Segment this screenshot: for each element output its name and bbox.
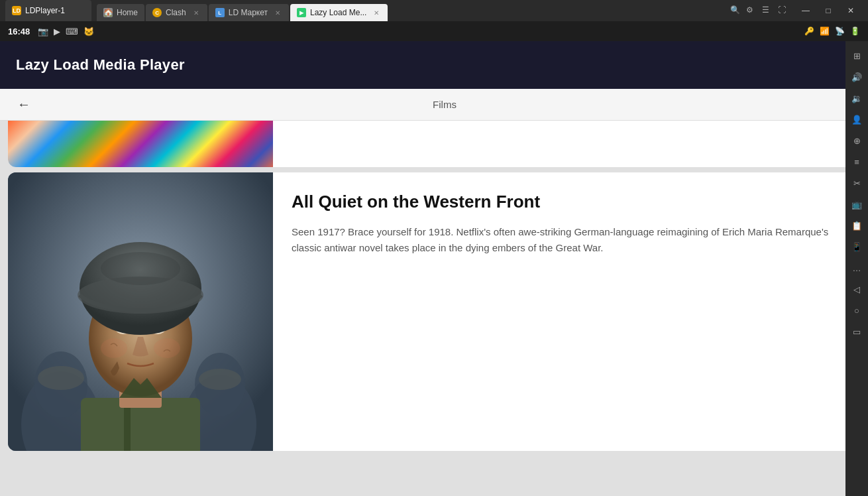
nav-bar: ← Films — [0, 89, 868, 121]
sidebar-scissors-icon[interactable]: ✂ — [847, 174, 866, 192]
tab-lazyload-label: Lazy Load Me... — [310, 8, 366, 17]
partial-info — [273, 121, 860, 167]
film-description: Seen 1917? Brace yourself for 1918. Netf… — [292, 224, 844, 256]
content-area: ← Films — [0, 89, 868, 496]
wifi-icon: 📶 — [820, 27, 830, 36]
back-button[interactable]: ← — [13, 94, 34, 115]
tab-ldmarket-close[interactable]: ✕ — [273, 8, 282, 17]
status-bar: 16:48 📷 ▶ ⌨ 🐱 🔑 📶 📡 🔋 — [0, 21, 868, 41]
tab-clash-close[interactable]: ✕ — [191, 8, 201, 17]
sidebar-home-icon[interactable]: ○ — [847, 301, 866, 320]
sidebar-user-icon[interactable]: 👤 — [847, 110, 866, 129]
abstract-art-image — [8, 121, 273, 167]
tab-ldmarket-label: LD Маркет — [229, 8, 268, 17]
sidebar-volume-down-icon[interactable]: 🔉 — [847, 89, 866, 107]
films-list: All Quiet on the Western Front Seen 1917… — [0, 121, 868, 496]
app-header-title: Lazy Load Media Player — [16, 56, 185, 74]
status-icons: 📷 ▶ ⌨ 🐱 — [38, 27, 94, 36]
film-info: All Quiet on the Western Front Seen 1917… — [273, 172, 860, 451]
tab-home-label: Home — [117, 8, 138, 17]
menu-titlebar-icon[interactable]: ☰ — [762, 5, 773, 16]
film-title: All Quiet on the Western Front — [292, 191, 844, 214]
cat-icon: 🐱 — [83, 27, 94, 36]
sidebar-video-icon[interactable]: 📺 — [847, 195, 866, 214]
status-time: 16:48 — [8, 27, 30, 36]
sidebar-recents-icon[interactable]: ▭ — [847, 322, 866, 341]
tab-ldmarket[interactable]: L LD Маркет ✕ — [209, 4, 289, 21]
right-sidebar: ⊞ 🔊 🔉 👤 ⊕ ≡ ✂ 📺 📋 📱 … ◁ ○ ▭ — [845, 41, 868, 496]
partial-thumbnail — [8, 121, 273, 167]
tab-clash[interactable]: C Clash ✕ — [146, 4, 207, 21]
tab-clash-label: Clash — [166, 8, 186, 17]
svg-point-4 — [38, 366, 84, 390]
key-icon: 🔑 — [804, 27, 814, 36]
svg-point-20 — [101, 338, 127, 358]
tab-lazyload-close[interactable]: ✕ — [372, 8, 381, 17]
app-title-section: LD LDPlayer-1 — [5, 0, 91, 21]
sidebar-menu-icon[interactable]: ≡ — [847, 153, 866, 171]
war-movie-image — [8, 172, 273, 451]
tabs-area: 🏠 Home C Clash ✕ L LD Маркет ✕ ▶ Lazy Lo… — [94, 0, 728, 21]
signal-icon: 📡 — [835, 27, 845, 36]
sidebar-list-icon[interactable]: 📋 — [847, 216, 866, 235]
search-titlebar-icon[interactable]: 🔍 — [730, 5, 741, 16]
app-name: LDPlayer-1 — [25, 6, 65, 15]
titlebar-extra-icons: 🔍 ⚙ ☰ ⛶ — [730, 5, 788, 16]
partial-film-card[interactable] — [8, 121, 860, 167]
svg-point-7 — [199, 369, 241, 390]
nav-page-title: Films — [34, 99, 855, 110]
keyboard-icon: ⌨ — [66, 27, 78, 36]
window-controls: — □ ✕ — [796, 4, 863, 17]
tab-home[interactable]: 🏠 Home — [97, 4, 144, 21]
app-header: Lazy Load Media Player — [0, 41, 868, 89]
resize-titlebar-icon[interactable]: ⛶ — [778, 5, 788, 16]
sidebar-add-icon[interactable]: ⊕ — [847, 131, 866, 150]
maximize-button[interactable]: □ — [819, 4, 838, 17]
svg-point-24 — [101, 252, 180, 285]
ldmarket-tab-icon: L — [215, 8, 225, 17]
lazyload-tab-icon: ▶ — [297, 8, 306, 17]
sidebar-grid-icon[interactable]: ⊞ — [847, 46, 866, 65]
play-icon: ▶ — [54, 27, 60, 36]
soldier-svg — [8, 172, 273, 451]
sidebar-mobile-icon[interactable]: 📱 — [847, 237, 866, 256]
svg-point-21 — [154, 338, 180, 358]
app-icon: LD — [12, 6, 21, 15]
camera-icon: 📷 — [38, 27, 48, 36]
sidebar-volume-up-icon[interactable]: 🔊 — [847, 68, 866, 86]
battery-icon: 🔋 — [850, 27, 860, 36]
film-card[interactable]: All Quiet on the Western Front Seen 1917… — [8, 172, 860, 451]
close-button[interactable]: ✕ — [841, 4, 860, 17]
home-tab-icon: 🏠 — [103, 8, 113, 17]
minimize-button[interactable]: — — [796, 4, 815, 17]
sidebar-more-icon[interactable]: … — [847, 259, 866, 277]
title-bar: LD LDPlayer-1 🏠 Home C Clash ✕ L LD Марк… — [0, 0, 868, 21]
sidebar-back-icon[interactable]: ◁ — [847, 280, 866, 298]
settings-titlebar-icon[interactable]: ⚙ — [746, 5, 757, 16]
clash-tab-icon: C — [152, 8, 162, 17]
tab-lazyload[interactable]: ▶ Lazy Load Me... ✕ — [290, 4, 388, 21]
film-thumbnail — [8, 172, 273, 451]
status-right-icons: 🔑 📶 📡 🔋 — [804, 27, 860, 36]
